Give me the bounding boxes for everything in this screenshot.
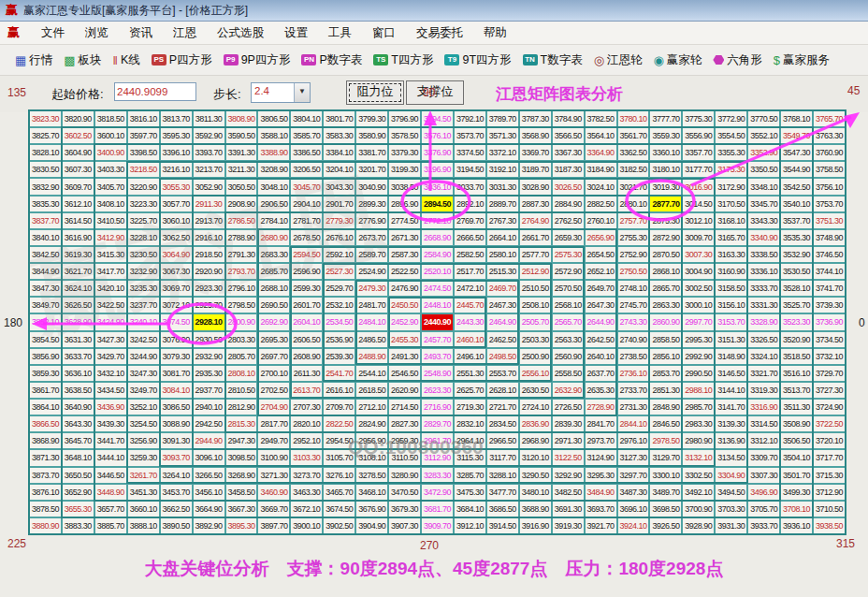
grid-cell: 3280.90 <box>389 468 420 483</box>
grid-cell: 3206.50 <box>291 162 322 177</box>
menu-item[interactable]: 设置 <box>284 25 308 41</box>
grid-cell: 3012.10 <box>683 213 714 228</box>
toolbar-item[interactable]: P99P四方形 <box>224 52 291 68</box>
grid-cell: 3640.90 <box>63 400 94 415</box>
grid-cell: 3880.90 <box>30 518 61 533</box>
grid-cell: 3907.30 <box>389 518 420 533</box>
menu-item[interactable]: 窗口 <box>372 25 396 41</box>
grid-cell: 2647.30 <box>586 298 616 313</box>
grid-cell: 3213.70 <box>194 162 224 177</box>
toolbar-item[interactable]: T99T四方形 <box>444 52 511 68</box>
grid-cell: 2728.90 <box>586 400 616 415</box>
grid-cell: 3374.50 <box>455 145 485 160</box>
grid-cell: 3816.10 <box>128 111 159 126</box>
toolbar-item[interactable]: $赢家服务 <box>774 52 830 68</box>
menu-item[interactable]: 文件 <box>41 25 65 41</box>
toolbar-item[interactable]: ‖K线 <box>113 52 140 68</box>
grid-cell: 2779.30 <box>324 213 354 228</box>
toolbar-item[interactable]: PNP数字表 <box>301 52 362 68</box>
grid-cell: 3866.50 <box>30 416 61 431</box>
grid-cell: 3525.70 <box>781 298 812 313</box>
grid-cell: 3232.90 <box>128 264 159 279</box>
grid-cell: 2632.90 <box>553 383 584 398</box>
grid-cell: 3614.50 <box>63 213 94 228</box>
grid-cell: 3859.30 <box>30 366 61 381</box>
grid-cell: 3888.10 <box>128 518 159 533</box>
grid-cell: 2868.10 <box>650 264 681 279</box>
menu-item[interactable]: 交易委托 <box>416 25 463 41</box>
angle-label-135: 135 <box>7 86 26 99</box>
grid-cell: 3381.70 <box>356 145 387 160</box>
grid-cell: 3009.70 <box>683 230 714 245</box>
toolbar-item[interactable]: ◉赢家轮 <box>654 52 702 68</box>
menu-item[interactable]: 帮助 <box>484 25 507 41</box>
toolbar-item[interactable]: ▩板块 <box>64 52 101 68</box>
grid-cell: 2798.50 <box>226 298 257 313</box>
chevron-down-icon[interactable]: ▼ <box>294 83 310 102</box>
grid-cell: 3734.50 <box>814 332 845 347</box>
grid-cell: 2940.10 <box>194 400 224 415</box>
grid-cell: 3674.50 <box>324 502 354 517</box>
grid-cell: 3384.10 <box>324 145 354 160</box>
grid-cell: 2822.50 <box>324 416 354 431</box>
grid-cell: 3441.70 <box>95 433 126 448</box>
grid-cell: 3933.70 <box>748 518 779 533</box>
grid-cell: 3921.70 <box>586 518 616 533</box>
grid-cell: 3259.30 <box>128 450 159 465</box>
grid-cell: 3554.50 <box>716 128 746 143</box>
angle-label-45: 45 <box>847 84 860 97</box>
grid-cell: 2800.90 <box>226 314 257 329</box>
grid-cell: 3804.10 <box>291 111 322 126</box>
grid-cell: 3746.50 <box>814 247 845 262</box>
start-price-input[interactable] <box>114 82 196 101</box>
toolbar-item[interactable]: TST四方形 <box>373 52 433 68</box>
grid-cell: 3508.90 <box>781 416 812 431</box>
grid-cell: 2716.90 <box>422 400 453 415</box>
grid-cell: 3021.70 <box>618 179 649 194</box>
panel-title: 江恩矩阵图表分析 <box>496 83 623 105</box>
grid-cell: 2536.90 <box>324 332 354 347</box>
grid-cell: 3672.10 <box>291 502 322 517</box>
grid-cell: 3705.70 <box>748 502 779 517</box>
grid-cell: 3283.30 <box>422 468 453 483</box>
grid-cell: 2608.90 <box>291 349 322 364</box>
toolbar-item[interactable]: ▦行情 <box>15 52 52 68</box>
grid-cell: 3165.70 <box>716 230 746 245</box>
grid-cell: 3187.30 <box>553 162 584 177</box>
grid-cell: 3400.90 <box>95 145 126 160</box>
menu-item[interactable]: 浏览 <box>85 25 108 41</box>
grid-cell: 3662.50 <box>161 502 192 517</box>
grid-cell: 3396.10 <box>161 145 192 160</box>
grid-cell: 3703.30 <box>716 502 746 517</box>
grid-cell: 3892.90 <box>194 518 224 533</box>
winner-wheel-icon: ◉ <box>654 53 664 67</box>
grid-cell: 2796.10 <box>226 281 257 296</box>
menu-item[interactable]: 江恩 <box>173 25 196 41</box>
grid-cell: 2697.70 <box>258 349 289 364</box>
grid-cell: 3753.70 <box>814 197 845 211</box>
grid-cell: 2452.90 <box>389 314 420 329</box>
grid-cell: 3225.70 <box>128 213 159 228</box>
grid-cell: 3050.50 <box>226 179 257 194</box>
toolbar-item[interactable]: TNT数字表 <box>523 52 583 68</box>
toolbar-item[interactable]: ◎江恩轮 <box>594 52 643 68</box>
grid-cell: 3115.30 <box>455 450 485 465</box>
grid-cell: 2553.70 <box>487 366 518 381</box>
grid-cell: 3422.50 <box>95 298 126 313</box>
grid-cell: 3398.50 <box>128 145 159 160</box>
grid-cell: 2673.70 <box>356 230 387 245</box>
menu-item[interactable]: 公式选股 <box>217 25 264 41</box>
grid-cell: 3756.10 <box>814 179 845 194</box>
grid-cell: 3542.50 <box>781 179 812 194</box>
grid-cell: 2944.90 <box>194 433 224 448</box>
toolbar-item[interactable]: PSP四方形 <box>152 52 212 68</box>
step-combo[interactable]: 2.4 ▼ <box>251 82 311 103</box>
menu-item[interactable]: 资讯 <box>129 25 152 41</box>
toolbar-item[interactable]: 六角形 <box>713 52 762 68</box>
grid-cell: 3796.90 <box>389 111 420 126</box>
menu-item[interactable]: 工具 <box>328 25 352 41</box>
grid-cell: 3069.70 <box>161 281 192 296</box>
grid-cell: 3657.70 <box>95 502 126 517</box>
grid-cell: 2920.90 <box>194 264 224 279</box>
resistance-button[interactable]: 阻力位 <box>346 80 404 105</box>
